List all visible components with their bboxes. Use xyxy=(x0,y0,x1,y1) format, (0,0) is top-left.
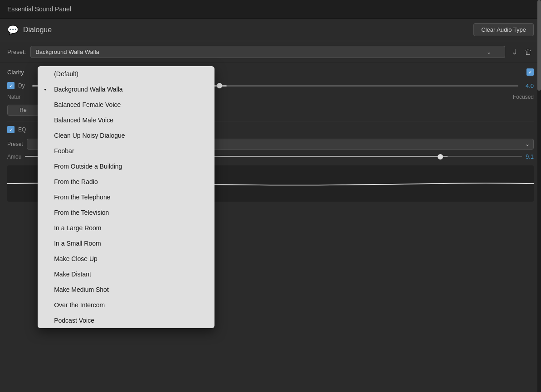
preset-item-balanced-male[interactable]: Balanced Male Voice xyxy=(38,112,214,128)
preset-item-label: From the Radio xyxy=(54,178,97,185)
clear-audio-type-button[interactable]: Clear Audio Type xyxy=(473,23,534,36)
chevron-down-icon: ⌄ xyxy=(525,141,530,147)
chevron-down-icon: ⌄ xyxy=(487,49,491,55)
preset-dropdown-menu: (Default) Background Walla Walla Balance… xyxy=(38,66,214,328)
save-preset-button[interactable]: ⇓ xyxy=(510,47,519,57)
preset-item-label: In a Large Room xyxy=(54,224,101,232)
preset-item-balanced-female[interactable]: Balanced Female Voice xyxy=(38,97,214,112)
nature-label-left: Natur xyxy=(7,94,20,100)
amount-value: 9.1 xyxy=(526,153,534,160)
preset-item-label: Make Close Up xyxy=(54,255,97,262)
preset-item-default[interactable]: (Default) xyxy=(38,66,214,82)
preset-item-label: From Outside a Building xyxy=(54,163,122,170)
preset-item-label: Foobar xyxy=(54,147,74,155)
eq-checkbox[interactable]: ✓ xyxy=(7,126,15,133)
preset-item-make-medium[interactable]: Make Medium Shot xyxy=(38,282,214,297)
preset-item-background-walla[interactable]: Background Walla Walla xyxy=(38,82,214,97)
preset-item-from-radio[interactable]: From the Radio xyxy=(38,174,214,189)
preset-actions: ⇓ 🗑 xyxy=(510,47,534,57)
dynamics-value: 4.0 xyxy=(526,82,534,89)
preset-item-label: In a Small Room xyxy=(54,240,101,247)
eq-label: EQ xyxy=(18,126,26,133)
panel-title: Essential Sound Panel xyxy=(7,5,71,13)
preset-item-label: From the Television xyxy=(54,209,109,216)
preset-item-podcast[interactable]: Podcast Voice xyxy=(38,313,214,328)
re-button[interactable]: Re xyxy=(7,105,39,116)
preset-item-label: Podcast Voice xyxy=(54,317,94,324)
preset-item-label: Make Distant xyxy=(54,271,91,278)
preset-item-label: Balanced Male Voice xyxy=(54,116,113,124)
preset-item-foobar[interactable]: Foobar xyxy=(38,143,214,159)
dialogue-section: 💬 Dialogue xyxy=(7,24,52,35)
clarity-label: Clarity xyxy=(7,69,24,76)
preset-item-clean-noisy[interactable]: Clean Up Noisy Dialogue xyxy=(38,128,214,143)
preset-item-from-television[interactable]: From the Television xyxy=(38,205,214,220)
clarity-checkbox[interactable]: ✓ xyxy=(526,68,534,76)
preset-selected-value: Background Walla Walla xyxy=(35,48,99,55)
preset-label: Preset: xyxy=(7,48,26,55)
preset-item-large-room[interactable]: In a Large Room xyxy=(38,220,214,236)
preset-item-label: Clean Up Noisy Dialogue xyxy=(54,132,125,139)
dialogue-icon: 💬 xyxy=(7,24,19,35)
dynamics-checkbox[interactable]: ✓ xyxy=(7,82,15,89)
preset-select-wrapper: Background Walla Walla ⌄ (Default) Backg… xyxy=(30,46,505,58)
amount-slider-thumb[interactable] xyxy=(438,154,443,160)
dynamics-label: Dy xyxy=(18,82,25,89)
delete-preset-button[interactable]: 🗑 xyxy=(523,47,534,57)
preset-item-label: Background Walla Walla xyxy=(54,86,122,93)
dynamics-slider-thumb[interactable] xyxy=(217,83,222,88)
preset-item-outside-building[interactable]: From Outside a Building xyxy=(38,159,214,174)
panel-title-bar: Essential Sound Panel xyxy=(0,0,541,19)
scrollbar-thumb[interactable] xyxy=(537,0,541,91)
essential-sound-panel: Essential Sound Panel 💬 Dialogue Clear A… xyxy=(0,0,541,392)
preset-item-label: Balanced Female Voice xyxy=(54,101,121,108)
preset-item-label: (Default) xyxy=(54,70,78,77)
dialogue-label: Dialogue xyxy=(23,26,52,34)
panel-header: 💬 Dialogue Clear Audio Type xyxy=(0,19,541,41)
preset-item-intercom[interactable]: Over the Intercom xyxy=(38,297,214,313)
nature-label-right: Focused xyxy=(513,94,534,100)
eq-preset-label: Preset xyxy=(7,141,23,147)
preset-item-make-closeup[interactable]: Make Close Up xyxy=(38,251,214,266)
preset-row: Preset: Background Walla Walla ⌄ (Defaul… xyxy=(0,41,541,63)
amount-label: Amou xyxy=(7,154,21,160)
preset-item-label: From the Telephone xyxy=(54,194,110,201)
preset-item-make-distant[interactable]: Make Distant xyxy=(38,266,214,282)
scrollbar-track xyxy=(537,0,541,392)
preset-item-small-room[interactable]: In a Small Room xyxy=(38,236,214,251)
preset-select[interactable]: Background Walla Walla ⌄ xyxy=(30,46,505,58)
preset-item-label: Make Medium Shot xyxy=(54,286,109,293)
preset-item-label: Over the Intercom xyxy=(54,301,105,309)
preset-item-from-telephone[interactable]: From the Telephone xyxy=(38,189,214,205)
